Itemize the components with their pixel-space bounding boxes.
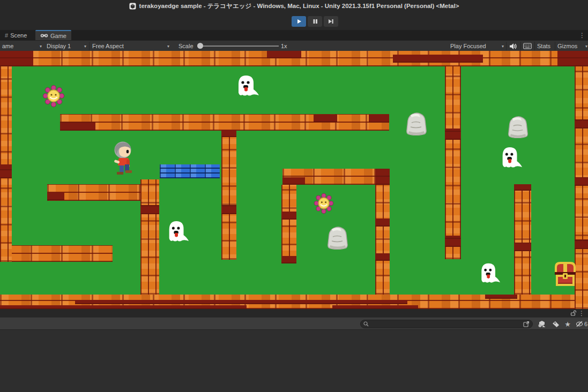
brick-dark-patch: [514, 184, 531, 191]
chevron-down-icon: ▾: [167, 44, 169, 49]
search-icon: [363, 321, 369, 327]
ghost-sprite: [498, 143, 523, 170]
chevron-down-icon: ▾: [84, 44, 86, 49]
brick-dark-patch: [485, 295, 517, 299]
player-sprite: [110, 140, 138, 177]
brick-dark-patch: [445, 129, 461, 140]
hidden-count-button[interactable]: 6: [575, 319, 588, 329]
search-by-label-button[interactable]: [550, 319, 562, 329]
scene-tab-label: Scene: [10, 32, 27, 39]
ghost-sprite: [478, 259, 501, 285]
tag-icon: [552, 321, 560, 328]
platform-brick-v: [140, 179, 159, 295]
search-by-type-button[interactable]: [536, 319, 548, 329]
search-box[interactable]: [360, 320, 533, 328]
toolbar-separator: [506, 42, 507, 50]
brick-dark-patch: [267, 51, 301, 58]
star-icon: ★: [564, 321, 571, 328]
play-focused-dropdown[interactable]: Play Focused▾: [450, 41, 504, 51]
unity-editor-window: terakoyaedge sample - テラコヤエッジ - Windows,…: [0, 0, 588, 392]
stats-button[interactable]: Stats: [537, 41, 550, 51]
brick-dark-patch: [332, 305, 418, 309]
game-tab-label: Game: [50, 33, 66, 39]
game-view-toolbar: ame▾ Display 1▾ Free Aspect▾ Scale 1x Pl…: [0, 40, 588, 51]
chevron-down-icon: ▾: [585, 44, 587, 49]
platform-brick-h: [60, 114, 389, 131]
brick-dark-patch: [557, 51, 588, 66]
stats-label: Stats: [537, 43, 550, 49]
brick-dark-patch: [575, 177, 588, 186]
brick-dark-patch: [60, 122, 95, 131]
eye-slash-icon: [576, 321, 584, 327]
platform-brick-blue: [160, 164, 220, 178]
pause-button[interactable]: [308, 16, 322, 27]
tab-scene[interactable]: # Scene: [0, 30, 32, 40]
brick-dark-patch: [393, 55, 483, 63]
bottom-panel-content[interactable]: [0, 330, 588, 392]
ghost-sprite: [165, 217, 190, 244]
flower-sprite: [42, 84, 65, 108]
keyboard-icon: [523, 43, 532, 49]
tab-strip-menu-icon[interactable]: ⋮: [579, 32, 585, 39]
gizmos-dropdown[interactable]: Gizmos▾: [557, 41, 587, 51]
platform-brick-h: [0, 245, 113, 262]
platform-brick-v: [514, 184, 531, 295]
toolbar-separator: [520, 42, 521, 50]
scale-slider-knob[interactable]: [197, 43, 203, 49]
window-title: terakoyaedge sample - テラコヤエッジ - Windows,…: [139, 2, 459, 10]
brick-dark-patch: [514, 243, 531, 251]
chevron-down-icon: ▾: [502, 44, 504, 49]
play-focused-label: Play Focused: [450, 43, 486, 49]
brick-dark-patch: [281, 256, 296, 263]
treasure-chest-sprite: [553, 260, 578, 288]
step-button[interactable]: [324, 16, 338, 27]
search-input[interactable]: [371, 320, 521, 328]
display-mode-dropdown[interactable]: ame▾: [2, 41, 42, 51]
toolbar-separator: [89, 42, 90, 50]
play-button[interactable]: [292, 16, 306, 27]
keyboard-input-button[interactable]: [523, 41, 532, 51]
bottom-panel-toolbar: ★ 6: [0, 317, 588, 330]
view-tab-strip: # Scene Game ⋮: [0, 30, 588, 40]
flower-sprite: [314, 192, 334, 215]
aspect-ratio-dropdown[interactable]: Free Aspect▾: [92, 41, 169, 51]
platform-brick-v: [375, 185, 390, 295]
platform-brick-v: [281, 185, 296, 263]
brick-dark-patch: [47, 192, 64, 200]
brick-dark-patch: [221, 205, 236, 214]
brick-dark-patch: [0, 51, 33, 66]
brick-dark-patch: [221, 130, 236, 137]
brick-dark-patch: [282, 177, 305, 185]
tab-game[interactable]: Game: [35, 30, 71, 40]
brick-dark-patch: [75, 300, 407, 304]
bottom-panel-tab-strip: ⋮: [0, 309, 588, 317]
brick-dark-patch: [0, 305, 247, 309]
unlock-icon[interactable]: [570, 310, 576, 317]
type-filter-icon: [538, 320, 546, 328]
brick-dark-patch: [0, 164, 12, 178]
game-viewport[interactable]: [0, 51, 588, 309]
chevron-down-icon: ▾: [40, 44, 42, 49]
play-controls-bar: [0, 12, 588, 30]
scale-slider-track[interactable]: [197, 46, 279, 47]
save-search-button[interactable]: ★: [562, 319, 574, 329]
brick-dark-patch: [140, 205, 159, 214]
unity-logo-icon: [129, 3, 136, 10]
rock-sprite: [325, 224, 350, 250]
step-icon: [328, 19, 334, 24]
open-search-window-icon[interactable]: [523, 321, 530, 327]
gizmos-label: Gizmos: [557, 43, 577, 49]
bottom-panel-menu-icon[interactable]: ⋮: [578, 310, 585, 316]
brick-dark-patch: [445, 236, 461, 247]
display-target-dropdown[interactable]: Display 1▾: [47, 41, 86, 51]
play-icon: [296, 19, 302, 24]
toolbar-separator: [534, 42, 535, 50]
aspect-ratio-label: Free Aspect: [92, 43, 124, 49]
brick-dark-patch: [369, 115, 389, 123]
brick-dark-patch: [575, 119, 588, 129]
brick-dark-patch: [575, 239, 588, 249]
brick-dark-patch: [314, 115, 337, 122]
mute-audio-button[interactable]: [509, 41, 517, 51]
speaker-icon: [509, 43, 517, 50]
scene-tab-icon: #: [5, 32, 8, 39]
